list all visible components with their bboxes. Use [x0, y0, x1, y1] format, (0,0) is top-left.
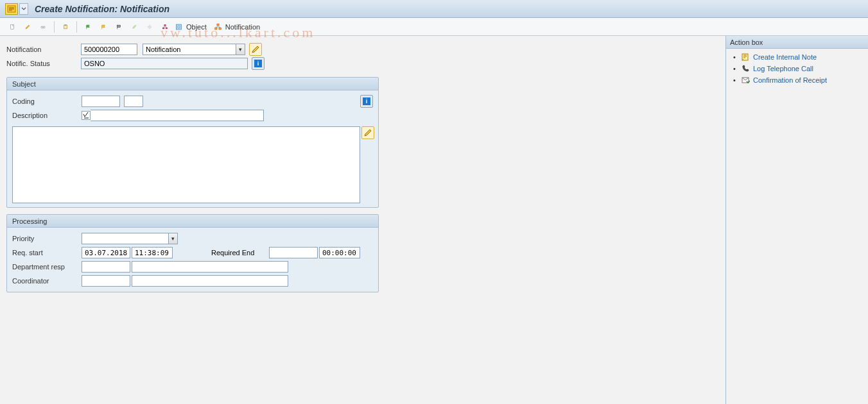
subject-group-title: Subject [7, 78, 378, 90]
new-document-button[interactable] [5, 21, 19, 33]
clipboard-button[interactable] [58, 21, 73, 33]
svg-rect-14 [164, 24, 166, 26]
svg-rect-7 [117, 25, 118, 26]
gear-button[interactable] [143, 21, 157, 33]
svg-rect-20 [215, 28, 217, 29]
app-icon [5, 3, 18, 15]
status-row: Notific. Status i [6, 56, 719, 71]
notification-button[interactable]: Notification [213, 21, 265, 33]
status-input [81, 58, 248, 69]
svg-rect-1 [11, 24, 14, 29]
leaf-button[interactable] [127, 21, 141, 33]
dept-resp-input-2[interactable] [132, 261, 288, 273]
description-label: Description [12, 112, 82, 119]
object-button[interactable]: Object [173, 21, 211, 33]
svg-rect-15 [163, 28, 164, 29]
phone-icon [740, 64, 751, 73]
action-box-title: Action box [726, 36, 868, 49]
svg-rect-21 [219, 28, 221, 29]
coordinator-label: Coordinator [12, 277, 82, 285]
titlebar: Create Notification: Notification [0, 0, 868, 18]
action-label: Create Internal Note [753, 53, 817, 61]
description-input[interactable] [91, 110, 264, 121]
notification-number-input[interactable] [81, 44, 137, 55]
svg-rect-10 [119, 26, 120, 26]
svg-text:i: i [257, 60, 259, 67]
priority-label: Priority [12, 235, 82, 242]
org-icon [214, 22, 223, 31]
object-button-label: Object [186, 23, 207, 31]
chevron-down-icon: ▾ [236, 44, 245, 55]
notification-row: Notification Notification ▾ [6, 42, 719, 56]
svg-rect-5 [65, 24, 66, 25]
processing-group: Processing Priority ▾ Req. start Require… [6, 214, 379, 292]
glasses-button[interactable] [36, 21, 50, 33]
svg-text:i: i [366, 98, 368, 105]
flag-checkered-button[interactable] [112, 21, 126, 33]
flag-green-button[interactable] [81, 21, 95, 33]
svg-point-18 [178, 26, 180, 28]
notification-edit-button[interactable] [249, 43, 262, 56]
dept-resp-input-1[interactable] [82, 261, 130, 273]
action-label: Confirmation of Receipt [753, 76, 827, 84]
coding-row: Coding i [12, 94, 373, 108]
req-start-label: Req. start [12, 249, 82, 257]
coordinator-input-1[interactable] [82, 275, 130, 287]
svg-rect-11 [117, 26, 118, 27]
edit-button[interactable] [21, 21, 35, 33]
left-pane: Notification Notification ▾ Notific. Sta… [0, 36, 725, 404]
required-end-time-input[interactable] [319, 247, 360, 258]
action-create-internal-note[interactable]: • Create Internal Note [731, 51, 863, 63]
coding-input-2[interactable] [124, 96, 143, 107]
svg-rect-12 [119, 26, 119, 27]
subject-group: Subject Coding i Description [6, 77, 379, 208]
structure-pink-button[interactable] [158, 21, 172, 33]
action-box-pane: Action box • Create Internal Note • Log … [725, 36, 868, 404]
description-row: Description [12, 108, 373, 122]
coding-info-button[interactable]: i [360, 95, 373, 108]
menu-dropdown-button[interactable] [19, 3, 28, 15]
svg-rect-16 [166, 28, 167, 29]
status-label: Notific. Status [6, 60, 81, 67]
page-title: Create Notification: Notification [35, 4, 169, 14]
notification-type-dropdown[interactable]: Notification ▾ [143, 44, 245, 55]
chevron-down-icon: ▾ [168, 233, 177, 244]
action-log-telephone-call[interactable]: • Log Telephone Call [731, 63, 863, 74]
action-box-list: • Create Internal Note • Log Telephone C… [726, 49, 868, 88]
status-info-button[interactable]: i [252, 57, 265, 70]
notification-type-selected: Notification [146, 46, 180, 53]
longtext-edit-button[interactable] [361, 126, 374, 139]
req-start-time-input[interactable] [132, 247, 173, 258]
required-end-date-input[interactable] [269, 247, 318, 258]
notification-label: Notification [6, 46, 81, 53]
note-icon [740, 53, 751, 62]
coding-label: Coding [12, 97, 82, 105]
action-label: Log Telephone Call [753, 65, 813, 72]
object-icon [175, 22, 184, 31]
longtext-wrap [12, 126, 373, 203]
priority-dropdown[interactable]: ▾ [82, 233, 178, 244]
required-end-label: Required End [211, 249, 269, 257]
notification-button-label: Notification [225, 23, 260, 31]
action-confirmation-of-receipt[interactable]: • Confirmation of Receipt [731, 74, 863, 86]
work-area: Notification Notification ▾ Notific. Sta… [0, 36, 868, 404]
application-toolbar: Object Notification vw.tuto...lkart.com [0, 18, 868, 36]
receipt-icon [740, 76, 751, 85]
req-start-date-input[interactable] [82, 247, 130, 258]
coordinator-input-2[interactable] [132, 275, 288, 287]
flag-yellow-button[interactable] [96, 21, 110, 33]
long-text-area[interactable] [12, 126, 360, 203]
svg-rect-19 [217, 24, 219, 25]
processing-group-title: Processing [7, 215, 378, 228]
svg-rect-8 [119, 25, 119, 26]
svg-rect-9 [118, 26, 119, 26]
dept-resp-label: Department resp [12, 263, 82, 271]
coding-input-1[interactable] [82, 96, 120, 107]
svg-point-13 [149, 26, 151, 28]
